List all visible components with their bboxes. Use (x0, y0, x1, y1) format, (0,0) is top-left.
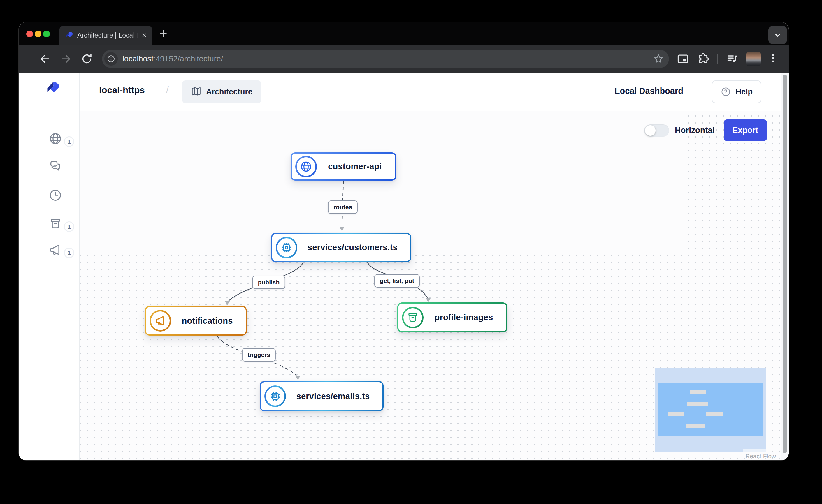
globe-icon (49, 132, 62, 145)
url-host: localhost (122, 54, 153, 63)
dashboard-title: Local Dashboard (615, 86, 683, 96)
puzzle-icon (697, 52, 710, 65)
browser-window: Architecture | Local Dashboard (19, 22, 789, 460)
node-customer-api[interactable]: customer-api (291, 152, 396, 181)
architecture-nav-label: Architecture (206, 87, 253, 96)
url-text[interactable]: localhost:49152/architecture/ (122, 54, 653, 64)
minimap[interactable] (655, 368, 766, 452)
megaphone-icon (49, 243, 62, 257)
encore-logo[interactable] (44, 80, 61, 97)
profile-avatar[interactable] (746, 52, 761, 66)
bookmark-star-icon[interactable] (653, 53, 664, 65)
edge-label-publish: publish (253, 276, 285, 289)
app-header: local-https / Architecture Local Dashboa… (19, 73, 781, 111)
back-arrow-icon (38, 52, 51, 65)
node-label: services/customers.ts (297, 243, 410, 252)
sidebar-item-pubsub[interactable]: 1 (49, 243, 62, 257)
project-name: local-https (99, 85, 145, 96)
minimap-viewport[interactable] (659, 383, 763, 436)
map-icon (191, 87, 201, 97)
node-label: services/emails.ts (286, 392, 382, 401)
sidebar-item-api-explorer[interactable]: 1 (49, 132, 62, 145)
help-button-label: Help (735, 87, 753, 96)
megaphone-icon (149, 310, 171, 332)
reload-icon (80, 52, 93, 65)
sidebar-item-requests[interactable] (49, 159, 62, 173)
extensions-button[interactable] (697, 52, 710, 65)
clock-icon (49, 188, 62, 202)
window-close-button[interactable] (26, 31, 33, 37)
export-button[interactable]: Export (724, 119, 767, 141)
bucket-icon (402, 307, 424, 328)
sidebar-badge: 1 (64, 136, 74, 147)
browser-menu-button[interactable] (767, 52, 779, 65)
toolbar-separator (717, 54, 718, 64)
forward-arrow-icon (59, 52, 72, 65)
tab-search-button[interactable] (768, 26, 787, 44)
node-profile-images[interactable]: profile-images (397, 302, 507, 332)
node-services-customers[interactable]: services/customers.ts (271, 233, 411, 262)
architecture-canvas[interactable]: routes publish get, list, put triggers c… (80, 111, 781, 460)
chip-icon (276, 237, 297, 258)
edge-label-routes: routes (328, 200, 358, 214)
tab-bar: Architecture | Local Dashboard (19, 22, 789, 45)
address-bar[interactable]: localhost:49152/architecture/ (102, 50, 669, 68)
node-label: notifications (171, 316, 246, 326)
minimap-node (690, 390, 706, 394)
back-button[interactable] (38, 52, 51, 65)
picture-in-picture-icon (677, 52, 689, 65)
help-button[interactable]: Help (712, 80, 761, 103)
forward-button[interactable] (59, 52, 72, 65)
sidebar-badge: 1 (64, 248, 74, 258)
node-services-emails[interactable]: services/emails.ts (260, 381, 384, 411)
minimap-node (706, 412, 723, 416)
chevron-down-icon (773, 30, 783, 40)
arrowhead (225, 301, 230, 305)
breadcrumb-separator: / (166, 84, 169, 95)
node-notifications[interactable]: notifications (145, 306, 247, 336)
minimap-overlay (743, 449, 766, 452)
arrowhead (296, 376, 300, 380)
node-label: profile-images (424, 313, 506, 322)
minimap-node (686, 424, 705, 428)
tab-title: Architecture | Local Dashboard (77, 31, 140, 39)
edge-label-get-list-put: get, list, put (374, 274, 420, 288)
minimap-node (669, 412, 684, 416)
media-controls-button[interactable] (726, 52, 739, 65)
picture-in-picture-button[interactable] (677, 52, 689, 65)
node-label: customer-api (317, 162, 395, 171)
question-mark-icon (721, 87, 731, 97)
window-minimize-button[interactable] (35, 31, 41, 37)
chat-icon (49, 159, 62, 173)
react-flow-attribution: React Flow (745, 453, 776, 460)
page-content: local-https / Architecture Local Dashboa… (19, 73, 789, 460)
arrowhead (426, 298, 431, 302)
horizontal-toggle[interactable] (644, 124, 669, 137)
minimap-node (687, 402, 708, 406)
encore-favicon (65, 31, 73, 40)
browser-toolbar: localhost:49152/architecture/ (19, 45, 789, 73)
horizontal-toggle-label: Horizontal (675, 126, 715, 135)
info-icon (107, 54, 115, 63)
playlist-music-icon (726, 52, 739, 65)
bucket-icon (49, 217, 62, 230)
chip-icon (264, 385, 286, 407)
three-dot-menu-icon (767, 52, 779, 64)
left-sidebar: 1 1 1 (19, 73, 80, 460)
scrollbar-thumb[interactable] (783, 75, 787, 453)
sidebar-item-traces[interactable] (49, 188, 62, 202)
reload-button[interactable] (80, 52, 93, 65)
new-tab-button[interactable] (158, 28, 168, 39)
sidebar-item-storage[interactable]: 1 (49, 217, 62, 230)
browser-tab[interactable]: Architecture | Local Dashboard (59, 26, 152, 45)
globe-icon (295, 156, 317, 177)
architecture-nav-button[interactable]: Architecture (182, 80, 261, 103)
window-zoom-button[interactable] (43, 31, 50, 37)
tab-close-icon[interactable] (140, 31, 148, 39)
url-path: :49152/architecture/ (153, 54, 223, 63)
arrowhead (340, 227, 344, 231)
page-scrollbar[interactable] (781, 73, 789, 460)
toggle-knob[interactable] (645, 125, 656, 136)
sidebar-badge: 1 (64, 221, 74, 232)
site-info-button[interactable] (104, 52, 118, 66)
